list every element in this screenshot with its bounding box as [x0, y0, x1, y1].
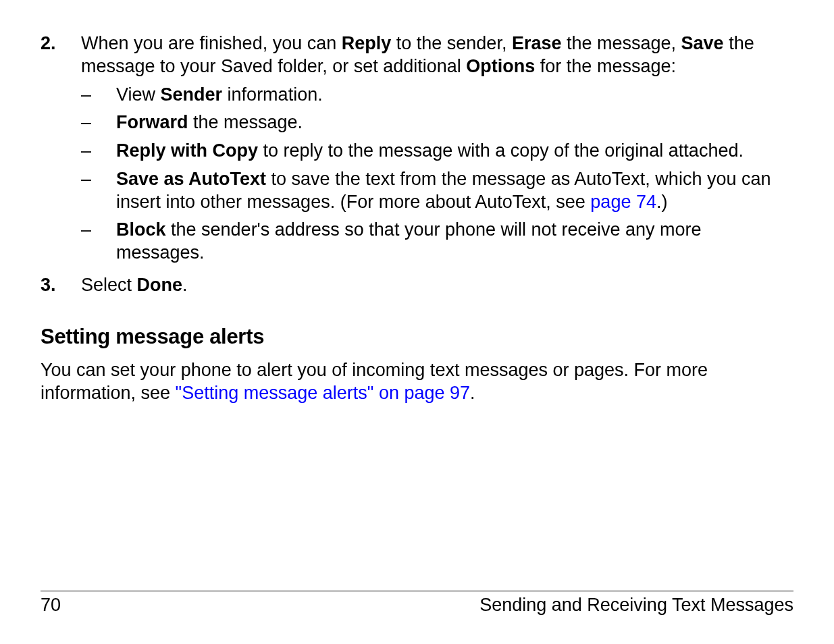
step-2: 2. When you are finished, you can Reply …	[41, 32, 793, 270]
text: to reply to the message with a copy of t…	[258, 140, 744, 161]
footer-row: 70 Sending and Receiving Text Messages	[41, 594, 793, 617]
bold-forward: Forward	[116, 112, 188, 132]
option-body: View Sender information.	[116, 84, 793, 107]
bold-done: Done	[137, 275, 183, 295]
footer-rule	[41, 591, 793, 591]
step-3: 3. Select Done.	[41, 274, 793, 297]
text: the message.	[188, 112, 303, 132]
bold-options: Options	[466, 56, 535, 76]
option-save-autotext: – Save as AutoText to save the text from…	[81, 168, 793, 214]
step-number: 2.	[41, 32, 81, 270]
option-forward: – Forward the message.	[81, 111, 793, 134]
step-body: When you are finished, you can Reply to …	[81, 32, 793, 270]
chapter-title: Sending and Receiving Text Messages	[479, 594, 793, 617]
text: .	[470, 383, 475, 403]
text: the message,	[561, 33, 681, 53]
bold-sender: Sender	[161, 84, 223, 105]
page-content: 2. When you are finished, you can Reply …	[0, 0, 834, 644]
text: .)	[656, 192, 668, 212]
option-body: Reply with Copy to reply to the message …	[116, 140, 793, 163]
text: for the message:	[535, 56, 676, 76]
bold-reply-with-copy: Reply with Copy	[116, 140, 258, 161]
section-paragraph: You can set your phone to alert you of i…	[41, 359, 793, 405]
text: View	[116, 84, 161, 105]
section-heading: Setting message alerts	[41, 324, 793, 350]
bold-erase: Erase	[512, 33, 562, 53]
dash-icon: –	[81, 84, 116, 107]
page-number: 70	[41, 594, 61, 617]
text: the sender's address so that your phone …	[116, 219, 702, 263]
dash-icon: –	[81, 140, 116, 163]
text: Select	[81, 275, 137, 295]
option-body: Forward the message.	[116, 111, 793, 134]
bold-block: Block	[116, 219, 166, 240]
bold-reply: Reply	[342, 33, 392, 53]
option-reply-with-copy: – Reply with Copy to reply to the messag…	[81, 140, 793, 163]
option-block: – Block the sender's address so that you…	[81, 219, 793, 265]
text: to the sender,	[391, 33, 512, 53]
text: When you are finished, you can	[81, 33, 342, 53]
step-number: 3.	[41, 274, 81, 297]
bold-save-autotext: Save as AutoText	[116, 169, 266, 189]
option-body: Block the sender's address so that your …	[116, 219, 793, 265]
page-footer: 70 Sending and Receiving Text Messages	[41, 591, 793, 617]
step-body: Select Done.	[81, 274, 793, 297]
link-page-97[interactable]: "Setting message alerts" on page 97	[176, 383, 470, 403]
dash-icon: –	[81, 219, 116, 265]
dash-icon: –	[81, 168, 116, 214]
options-list: – View Sender information. – Forward the…	[81, 84, 793, 265]
text: information.	[222, 84, 323, 105]
bold-save: Save	[681, 33, 724, 53]
option-sender: – View Sender information.	[81, 84, 793, 107]
dash-icon: –	[81, 111, 116, 134]
option-body: Save as AutoText to save the text from t…	[116, 168, 793, 214]
link-page-74[interactable]: page 74	[590, 192, 656, 212]
text: .	[182, 275, 188, 295]
